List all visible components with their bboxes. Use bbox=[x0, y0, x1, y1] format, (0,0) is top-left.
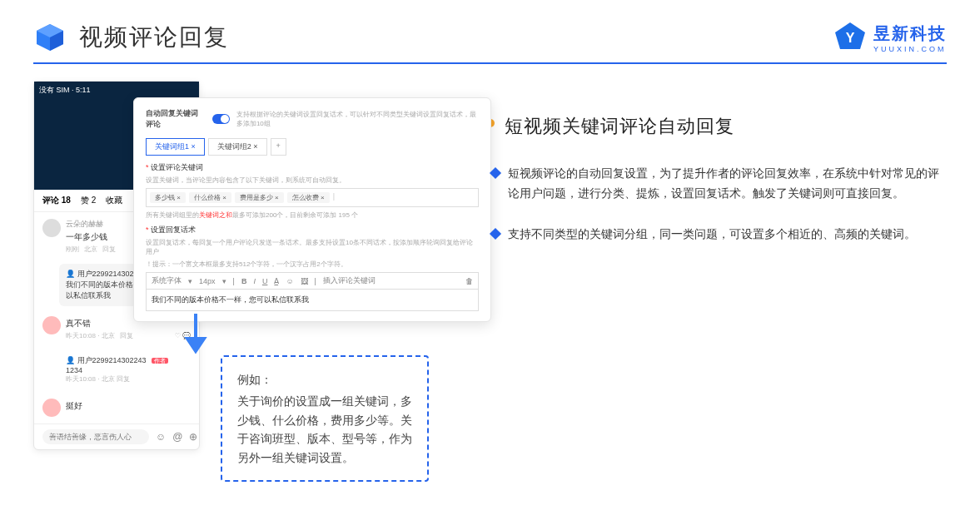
keyword-group-tabs: 关键词组1 × 关键词组2 × + bbox=[146, 138, 479, 156]
toggle-switch[interactable] bbox=[212, 114, 230, 124]
logo-text-zh: 昱新科技 bbox=[873, 22, 947, 45]
svg-text:Y: Y bbox=[846, 31, 855, 45]
kw-label: 设置评论关键词 bbox=[146, 162, 479, 173]
settings-desc: 支持根据评论的关键词设置回复话术，可以针对不同类型关键词设置回复话术，最多添加1… bbox=[236, 110, 479, 128]
comment-input-bar: ☺ @ ⊕ bbox=[34, 424, 199, 449]
reply-link[interactable]: 回复 bbox=[102, 245, 116, 254]
tab-fav[interactable]: 收藏 bbox=[106, 195, 122, 206]
kw-tagbox[interactable]: 多少钱 × 什么价格 × 费用是多少 × 怎么收费 × | bbox=[146, 188, 479, 207]
italic-button[interactable]: I bbox=[253, 277, 256, 285]
example-head: 例如： bbox=[237, 370, 412, 389]
tab-likes[interactable]: 赞 2 bbox=[81, 195, 96, 206]
avatar bbox=[42, 316, 61, 334]
gift-icon[interactable]: ⊕ bbox=[189, 431, 197, 443]
color-button[interactable]: A̲ bbox=[274, 277, 279, 285]
comment-time: 刚刚 bbox=[66, 245, 79, 254]
bullet-text: 短视频评论的自动回复设置，为了提升作者的评论回复效率，在系统中针对常见的评论用户… bbox=[508, 164, 947, 204]
logo-icon: Y bbox=[833, 21, 867, 54]
reply-tip: ！提示：一个富文本框最多支持512个字符，一个汉字占用2个字符。 bbox=[146, 260, 479, 269]
font-select[interactable]: 系统字体 bbox=[152, 275, 182, 286]
comment-meta: 昨天10:08 · 北京 bbox=[66, 375, 115, 383]
tab-comments[interactable]: 评论 18 bbox=[42, 195, 71, 206]
add-tab-button[interactable]: + bbox=[271, 138, 286, 156]
diamond-icon bbox=[490, 228, 501, 240]
reply-link[interactable]: 回复 bbox=[117, 375, 130, 383]
comment-text: 挺好 bbox=[66, 400, 191, 412]
delete-icon[interactable]: 🗑 bbox=[465, 277, 473, 285]
reply-link[interactable]: 回复 bbox=[120, 331, 133, 340]
list-item: 挺好 bbox=[34, 392, 199, 424]
comment-meta: 昨天10:08 · 北京 bbox=[66, 331, 115, 340]
image-button[interactable]: 🖼 bbox=[301, 277, 308, 285]
tab-kwgroup1[interactable]: 关键词组1 × bbox=[146, 138, 205, 156]
reply-sub: 设置回复话术，每回复一个用户评论只发送一条话术。最多支持设置10条不同话术，按添… bbox=[146, 238, 479, 256]
settings-panel: 自动回复关键词评论 支持根据评论的关键词设置回复话术，可以针对不同类型关键词设置… bbox=[133, 97, 491, 322]
tab-kwgroup2[interactable]: 关键词组2 × bbox=[208, 138, 267, 156]
kw-sub: 设置关键词，当评论里内容包含了以下关键词，则系统可自动回复。 bbox=[146, 176, 479, 185]
author-badge: 作者 bbox=[152, 358, 168, 364]
bullet-text: 支持不同类型的关键词分组，同一类问题，可设置多个相近的、高频的关键词。 bbox=[508, 225, 916, 245]
reply-label: 设置回复话术 bbox=[146, 225, 479, 235]
kw-tag[interactable]: 多少钱 × bbox=[150, 192, 186, 203]
arrow-icon bbox=[183, 314, 208, 367]
reply-user-icon: 👤 bbox=[66, 356, 75, 364]
right-content: 短视频关键词评论自动回复 短视频评论的自动回复设置，为了提升作者的评论回复效率，… bbox=[475, 81, 947, 480]
reply-user-icon: 👤 bbox=[66, 270, 75, 278]
bullet-item: 支持不同类型的关键词分组，同一类问题，可设置多个相近的、高频的关键词。 bbox=[475, 225, 947, 245]
settings-title: 自动回复关键词评论 bbox=[146, 108, 206, 130]
reply-text: 1234 bbox=[66, 366, 82, 374]
brand-logo: Y 昱新科技 YUUXIN.COM bbox=[833, 21, 947, 54]
editor-content[interactable]: 我们不同的版本价格不一样，您可以私信联系我 bbox=[146, 290, 479, 311]
diamond-icon bbox=[490, 167, 501, 179]
avatar bbox=[42, 219, 61, 237]
emoji-icon[interactable]: ☺ bbox=[156, 431, 166, 443]
kw-tag[interactable]: 什么价格 × bbox=[189, 192, 231, 203]
page-title: 视频评论回复 bbox=[79, 22, 229, 53]
avatar bbox=[42, 399, 61, 417]
phone-status: 没有 SIM · 5:11 bbox=[34, 82, 199, 99]
example-box: 例如： 关于询价的设置成一组关键词，多少钱、什么价格，费用多少等。关于咨询班型、… bbox=[221, 355, 429, 482]
cube-icon bbox=[33, 21, 67, 54]
kw-tag[interactable]: 费用是多少 × bbox=[235, 192, 284, 203]
emoji-button[interactable]: ☺ bbox=[286, 277, 293, 285]
section-title-text: 短视频关键词评论自动回复 bbox=[505, 114, 734, 139]
underline-button[interactable]: U bbox=[262, 277, 268, 285]
example-body: 关于询价的设置成一组关键词，多少钱、什么价格，费用多少等。关于咨询班型、版本、型… bbox=[237, 392, 412, 467]
at-icon[interactable]: @ bbox=[172, 431, 182, 443]
kw-tag[interactable]: 怎么收费 × bbox=[287, 192, 330, 203]
comment-loc: 北京 bbox=[84, 245, 97, 254]
page-header: 视频评论回复 Y 昱新科技 YUUXIN.COM bbox=[0, 0, 980, 62]
editor-toolbar: 系统字体▾ 14px▾ | B I U A̲ ☺ 🖼 | 插入评论关键词 🗑 bbox=[146, 272, 479, 290]
reply-user: 用户2299214302243 bbox=[77, 356, 147, 364]
kw-note: 所有关键词组里的关键词之和最多可添加200个，目前剩余可添加 195 个 bbox=[146, 211, 479, 220]
size-select[interactable]: 14px bbox=[199, 277, 216, 285]
logo-text-en: YUUXIN.COM bbox=[873, 45, 947, 53]
bold-button[interactable]: B bbox=[241, 277, 247, 285]
left-illustration: 没有 SIM · 5:11 评论 18 赞 2 收藏 云朵的赫赫 一年多少钱 刚… bbox=[33, 81, 450, 480]
section-title: 短视频关键词评论自动回复 bbox=[475, 114, 947, 139]
bullet-item: 短视频评论的自动回复设置，为了提升作者的评论回复效率，在系统中针对常见的评论用户… bbox=[475, 164, 947, 204]
reply-bubble: 👤 用户2299214302243 作者 1234 昨天10:08 · 北京 回… bbox=[59, 350, 191, 389]
comment-input[interactable] bbox=[42, 429, 149, 444]
insert-kw-button[interactable]: 插入评论关键词 bbox=[323, 275, 376, 286]
